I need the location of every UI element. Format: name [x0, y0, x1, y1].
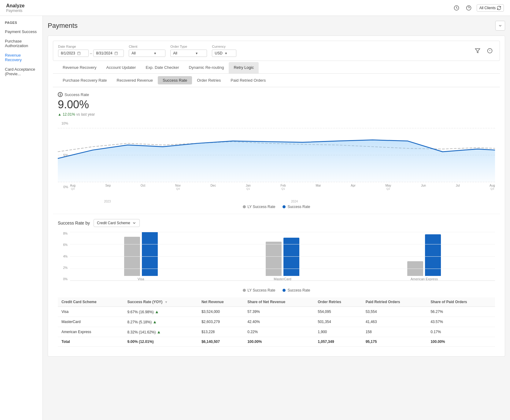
tab-exp-date-checker[interactable]: Exp. Date Checker	[141, 62, 184, 73]
cell-share-net-2: 0.22%	[244, 327, 314, 337]
page-title: Payments	[48, 22, 78, 30]
subtab-purchase-recovery-rate[interactable]: Purchase Recovery Rate	[58, 76, 112, 84]
cell-share-paid-0: 56.27%	[427, 307, 495, 317]
cell-paid-retried-2: 158	[362, 327, 427, 337]
currency-label: Currency	[212, 45, 236, 48]
date-range-filter: Date Range 8/1/2023 – 8/31/2024	[58, 45, 124, 57]
y-label-5: 5%	[63, 153, 68, 157]
expand-button[interactable]	[495, 21, 505, 31]
metric-change-value: 12.01%	[63, 112, 75, 117]
legend-current-label: Success Rate	[287, 205, 310, 209]
data-table: Credit Card Scheme Success Rate (YOY) ▼ …	[58, 297, 495, 347]
order-type-filter: Order Type All ▼	[170, 45, 207, 57]
cell-success-rate-2: 8.32% (141.62%) ▲	[124, 327, 198, 337]
table-row: MasterCard 8.27% (5.18%) ▲ $2,603,279 42…	[58, 317, 495, 327]
filter-actions	[473, 46, 495, 56]
page-header: Payments	[48, 21, 505, 31]
legend-success-rate: Success Rate	[283, 205, 310, 209]
x-axis: Aug Q3 Sep Oct Nov Q4 Dec Jan Q1	[70, 184, 495, 195]
sidebar-item-payment-success[interactable]: Payment Success	[0, 27, 42, 36]
cell-scheme-0: Visa	[58, 307, 124, 317]
metric-section: ℹ Success Rate 9.00% ▲ 12.01% vs last ye…	[53, 87, 500, 214]
cell-order-retries-1: 501,354	[314, 317, 362, 327]
app-subtitle: Payments	[6, 9, 24, 13]
all-clients-button[interactable]: All Clients	[477, 4, 504, 12]
x-label-aug2: Aug Q3	[490, 184, 495, 195]
date-separator: –	[90, 51, 92, 56]
bar-legend-ly-label: LY Success Rate	[248, 288, 275, 292]
sidebar-item-card-acceptance[interactable]: Card Acceptance (Previe...	[0, 65, 42, 79]
bar-y-2: 2%	[63, 266, 68, 269]
legend-dot-blue	[283, 205, 286, 208]
sidebar-item-revenue-recovery[interactable]: Revenue Recovery	[0, 50, 42, 65]
info-button[interactable]	[485, 46, 495, 56]
metric-change-arrow-icon: ▲	[58, 112, 61, 117]
bar-chart-legend: LY Success Rate Success Rate	[58, 288, 495, 292]
mastercard-label: MasterCard	[274, 277, 291, 281]
col-share-net-revenue[interactable]: Share of Net Revenue	[244, 297, 314, 307]
tab-dynamic-rerouting[interactable]: Dynamic Re-routing	[184, 62, 229, 73]
line-chart: 10% 5% 0% Aug Q3 Sep Oct Nov	[58, 121, 495, 195]
bar-chart: 8% 6% 4% 2% 0%	[70, 232, 495, 281]
cell-paid-retried-0: 53,554	[362, 307, 427, 317]
metric-value: 9.00%	[58, 98, 495, 111]
chart-legend: LY Success Rate Success Rate	[58, 205, 495, 209]
order-type-select-arrow: ▼	[195, 52, 198, 55]
col-paid-retried[interactable]: Paid Retried Orders	[362, 297, 427, 307]
cell-scheme-1: MasterCard	[58, 317, 124, 327]
sidebar-section-title: Pages	[0, 21, 42, 27]
cell-share-paid-2: 0.17%	[427, 327, 495, 337]
col-order-retries[interactable]: Order Retries	[314, 297, 362, 307]
tab-account-updater[interactable]: Account Updater	[102, 62, 141, 73]
cell-share-net-1: 42.40%	[244, 317, 314, 327]
filter-button[interactable]	[473, 46, 482, 56]
currency-select[interactable]: USD ▼	[212, 50, 236, 57]
amex-bars	[407, 234, 441, 276]
subtab-recovered-revenue[interactable]: Recovered Revenue	[112, 76, 158, 84]
x-label-jun: Jun	[421, 184, 426, 195]
metric-label: Success Rate	[65, 92, 89, 97]
cell-net-revenue-3: $6,140,507	[198, 337, 244, 347]
col-net-revenue[interactable]: Net Revenue	[198, 297, 244, 307]
amex-label: American Express	[411, 277, 438, 281]
client-select[interactable]: All ▼	[129, 50, 165, 57]
subtab-paid-retried-orders[interactable]: Paid Retried Orders	[226, 76, 271, 84]
client-select-arrow: ▼	[153, 52, 157, 55]
cell-paid-retried-1: 41,463	[362, 317, 427, 327]
amex-ly-bar	[407, 261, 423, 276]
table-row: Total 9.00% (12.01%) $6,140,507 100.00% …	[58, 337, 495, 347]
bar-legend-dot-gray	[243, 289, 246, 292]
col-share-paid[interactable]: Share of Paid Orders	[427, 297, 495, 307]
all-clients-label: All Clients	[479, 6, 496, 10]
app-header-right: All Clients	[452, 4, 504, 12]
subtab-success-rate[interactable]: Success Rate	[158, 76, 192, 84]
mastercard-current-bar	[283, 238, 299, 276]
help-icon[interactable]	[464, 4, 473, 12]
app-header: Analyze Payments All Clients	[0, 0, 510, 16]
subtab-order-retries[interactable]: Order Retries	[192, 76, 226, 84]
filter-bar: Date Range 8/1/2023 – 8/31/2024	[53, 41, 500, 61]
tab-retry-logic[interactable]: Retry Logic	[229, 62, 259, 73]
up-arrow-icon: ▲	[157, 329, 161, 334]
order-type-select[interactable]: All ▼	[170, 50, 207, 57]
cell-share-net-3: 100.00%	[244, 337, 314, 347]
legend-ly-label: LY Success Rate	[248, 205, 275, 209]
mastercard-ly-bar	[266, 242, 282, 276]
x-label-dec: Dec	[210, 184, 216, 195]
date-end-input[interactable]: 8/31/2024	[93, 50, 124, 57]
tab-revenue-recovery[interactable]: Revenue Recovery	[58, 62, 102, 73]
date-start-input[interactable]: 8/1/2023	[58, 50, 89, 57]
clock-icon[interactable]	[452, 4, 461, 12]
cell-success-rate-1: 8.27% (5.18%) ▲	[124, 317, 198, 327]
app-title: Analyze	[6, 3, 24, 9]
visa-bars	[124, 232, 158, 276]
credit-card-scheme-dropdown[interactable]: Credit Card Scheme	[94, 219, 140, 227]
app-header-left: Analyze Payments	[6, 3, 24, 13]
client-filter: Client All ▼	[129, 45, 165, 57]
col-scheme[interactable]: Credit Card Scheme	[58, 297, 124, 307]
y-label-10: 10%	[61, 121, 68, 125]
col-success-rate[interactable]: Success Rate (YOY) ▼	[124, 297, 198, 307]
cell-share-net-0: 57.39%	[244, 307, 314, 317]
sidebar-item-purchase-authorization[interactable]: Purchase Authorization	[0, 36, 42, 50]
x-label-mar: Mar	[316, 184, 321, 195]
